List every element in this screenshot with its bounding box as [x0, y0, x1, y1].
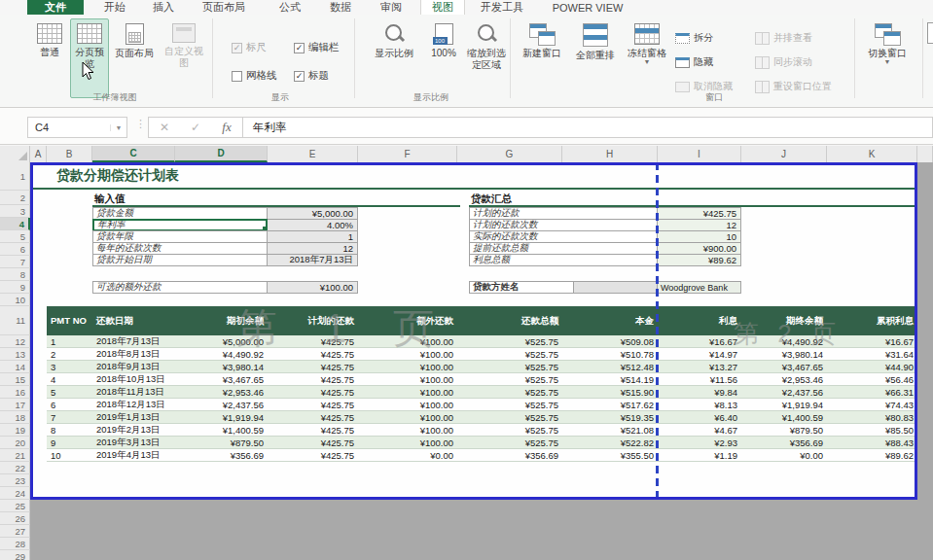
table-cell[interactable]: ¥2,437.56: [741, 386, 827, 398]
table-cell[interactable]: ¥100.00: [358, 335, 457, 347]
summary-section-header[interactable]: 贷款汇总: [471, 192, 512, 206]
table-cell[interactable]: ¥525.75: [457, 348, 562, 360]
switch-windows-dropdown-icon[interactable]: ▼: [884, 59, 891, 65]
row-header-3[interactable]: 3: [0, 205, 30, 218]
table-cell[interactable]: ¥100.00: [358, 424, 457, 436]
formula-box[interactable]: ✕ ✓ fx 年利率: [148, 117, 933, 138]
lender-spacer-cell[interactable]: [574, 281, 658, 294]
table-cell[interactable]: 4: [47, 373, 92, 385]
table-cell[interactable]: ¥11.56: [658, 373, 741, 385]
row-header-29[interactable]: 29: [0, 550, 30, 560]
table-cell[interactable]: ¥16.67: [658, 335, 741, 347]
enter-icon[interactable]: ✓: [180, 121, 211, 134]
page-break-line[interactable]: [656, 162, 659, 500]
table-cell[interactable]: ¥525.75: [457, 411, 562, 423]
table-cell[interactable]: ¥509.08: [562, 335, 658, 347]
table-cell[interactable]: ¥355.50: [562, 449, 658, 461]
table-cell[interactable]: 1: [47, 335, 92, 347]
tab-insert[interactable]: 插入: [142, 0, 185, 15]
table-header-cell[interactable]: 计划的还款: [268, 306, 358, 335]
formula-content[interactable]: 年利率: [253, 121, 287, 135]
table-cell[interactable]: ¥74.43: [827, 399, 917, 410]
table-cell[interactable]: ¥89.62: [827, 449, 917, 461]
row-header-19[interactable]: 19: [0, 424, 30, 437]
table-cell[interactable]: ¥2.93: [658, 437, 741, 448]
table-header-cell[interactable]: PMT NO: [47, 306, 92, 335]
table-cell[interactable]: 6: [47, 399, 92, 410]
table-cell[interactable]: ¥425.75: [268, 386, 358, 398]
row-header-1[interactable]: 1: [0, 162, 30, 191]
table-cell[interactable]: 9: [47, 437, 92, 448]
table-header-cell[interactable]: 还款总额: [457, 306, 562, 335]
column-header-A[interactable]: A: [30, 146, 47, 162]
table-cell[interactable]: ¥6.40: [658, 411, 741, 423]
tab-power-view[interactable]: POWER VIEW: [541, 0, 634, 15]
table-cell[interactable]: 2018年10月13日: [92, 373, 175, 385]
table-cell[interactable]: 2018年12月13日: [92, 399, 175, 410]
table-cell[interactable]: ¥100.00: [358, 361, 457, 372]
table-cell[interactable]: ¥13.27: [658, 361, 741, 372]
row-header-25[interactable]: 25: [0, 500, 30, 512]
input-section-header[interactable]: 输入值: [94, 192, 126, 206]
gridlines-checkbox[interactable]: [232, 71, 242, 82]
tab-file[interactable]: 文件: [27, 0, 84, 15]
row-header-20[interactable]: 20: [0, 437, 30, 449]
table-cell[interactable]: ¥0.00: [358, 449, 457, 461]
table-cell[interactable]: ¥425.75: [268, 424, 358, 436]
row-header-15[interactable]: 15: [0, 373, 30, 386]
tab-home[interactable]: 开始: [93, 0, 136, 15]
gridlines-checkbox-item[interactable]: 网格线: [232, 69, 277, 83]
row-header-16[interactable]: 16: [0, 386, 30, 399]
arrange-all-button[interactable]: 全部重排: [570, 18, 621, 98]
tab-data[interactable]: 数据: [319, 0, 362, 15]
tab-developer[interactable]: 开发工具: [471, 0, 533, 15]
table-cell[interactable]: ¥31.64: [827, 348, 917, 360]
row-header-17[interactable]: 17: [0, 399, 30, 411]
column-header-J[interactable]: J: [741, 146, 827, 162]
table-cell[interactable]: ¥56.46: [827, 373, 917, 385]
column-header-G[interactable]: G: [457, 146, 562, 162]
row-header-28[interactable]: 28: [0, 538, 30, 550]
table-cell[interactable]: ¥425.75: [268, 449, 358, 461]
table-cell[interactable]: ¥9.84: [658, 386, 741, 398]
row-header-2[interactable]: 2: [0, 191, 30, 205]
table-cell[interactable]: 3: [47, 361, 92, 372]
table-header-cell[interactable]: 额外还款: [358, 306, 457, 335]
table-cell[interactable]: ¥425.75: [268, 348, 358, 360]
zoom-button[interactable]: 显示比例: [366, 18, 422, 98]
table-header-cell[interactable]: 期初余额: [175, 306, 268, 335]
column-header-C[interactable]: C: [92, 146, 175, 162]
table-cell[interactable]: 10: [47, 449, 92, 461]
table-cell[interactable]: ¥100.00: [358, 437, 457, 448]
table-cell[interactable]: ¥356.69: [175, 449, 268, 461]
table-cell[interactable]: ¥521.08: [562, 424, 658, 436]
table-header-cell[interactable]: 本金: [562, 306, 658, 335]
table-header-cell[interactable]: 还款日期: [92, 306, 175, 335]
table-cell[interactable]: ¥522.82: [562, 437, 658, 448]
table-cell[interactable]: ¥525.75: [457, 437, 562, 448]
table-cell[interactable]: ¥8.13: [658, 399, 741, 410]
table-cell[interactable]: ¥85.50: [827, 424, 917, 436]
formula-bar-checkbox[interactable]: [294, 43, 305, 53]
row-header-14[interactable]: 14: [0, 361, 30, 373]
lender-label-cell[interactable]: 贷款方姓名: [469, 281, 574, 294]
table-header-cell[interactable]: 利息: [658, 306, 741, 335]
column-header-D[interactable]: D: [175, 146, 268, 162]
table-cell[interactable]: 5: [47, 386, 92, 398]
input-value-cell[interactable]: 2018年7月13日: [268, 254, 358, 266]
table-cell[interactable]: ¥425.75: [268, 373, 358, 385]
headings-checkbox[interactable]: [294, 71, 305, 82]
row-header-27[interactable]: 27: [0, 525, 30, 538]
table-cell[interactable]: ¥425.75: [268, 411, 358, 423]
tab-view[interactable]: 视图: [420, 0, 465, 15]
table-cell[interactable]: ¥4.67: [658, 424, 741, 436]
table-cell[interactable]: 2019年1月13日: [92, 411, 175, 423]
table-cell[interactable]: 8: [47, 424, 92, 436]
table-cell[interactable]: ¥3,980.14: [175, 361, 268, 372]
table-cell[interactable]: ¥80.83: [827, 411, 917, 423]
table-cell[interactable]: 2019年3月13日: [92, 437, 175, 448]
row-header-9[interactable]: 9: [0, 281, 30, 294]
page-layout-view-button[interactable]: 页面布局: [111, 18, 158, 98]
table-cell[interactable]: ¥100.00: [358, 411, 457, 423]
table-cell[interactable]: ¥4,490.92: [175, 348, 268, 360]
